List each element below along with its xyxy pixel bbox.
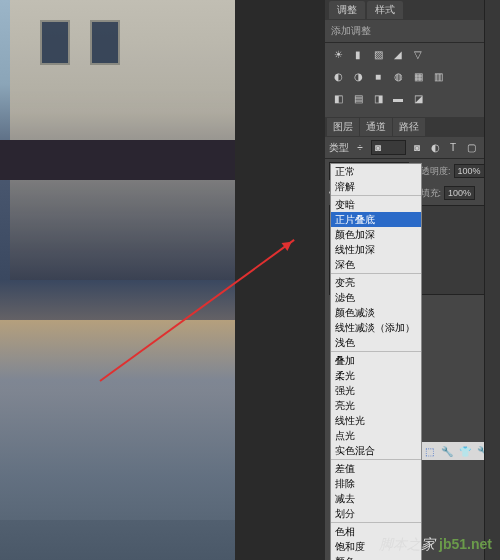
adjustment-icons-row2: ◐ ◑ ■ ◍ ▦ ▥	[325, 65, 500, 87]
separator	[331, 273, 421, 274]
blend-mode-dropdown[interactable]: 正常溶解变暗正片叠底颜色加深线性加深深色变亮滤色颜色减淡线性减淡（添加）浅色叠加…	[330, 163, 422, 560]
blend-option[interactable]: 浅色	[331, 335, 421, 350]
threshold-icon[interactable]: ◨	[371, 91, 385, 105]
tab-paths[interactable]: 路径	[393, 118, 425, 136]
levels-icon[interactable]: ▮	[351, 47, 365, 61]
blend-option[interactable]: 变亮	[331, 275, 421, 290]
blend-option[interactable]: 颜色加深	[331, 227, 421, 242]
balance-icon[interactable]: ◑	[351, 69, 365, 83]
window-shape	[90, 20, 120, 65]
blend-option[interactable]: 实色混合	[331, 443, 421, 458]
blend-option[interactable]: 线性减淡（添加）	[331, 320, 421, 335]
exposure-icon[interactable]: ◢	[391, 47, 405, 61]
kind-label: 类型	[329, 141, 349, 155]
blend-option[interactable]: 变暗	[331, 197, 421, 212]
wrench-icon[interactable]: 🔧	[440, 444, 454, 458]
tab-channels[interactable]: 通道	[360, 118, 392, 136]
blend-option[interactable]: 滤色	[331, 290, 421, 305]
blend-option[interactable]: 排除	[331, 476, 421, 491]
separator	[331, 522, 421, 523]
window-shape	[40, 20, 70, 65]
separator	[331, 459, 421, 460]
shirt-icon[interactable]: 👕	[458, 444, 472, 458]
blend-option[interactable]: 强光	[331, 383, 421, 398]
posterize-icon[interactable]: ▤	[351, 91, 365, 105]
canvas-preview	[0, 0, 235, 560]
bw-icon[interactable]: ■	[371, 69, 385, 83]
adjustment-icons-row1: ☀ ▮ ▨ ◢ ▽	[325, 43, 500, 65]
water-shape	[0, 320, 235, 520]
blend-option[interactable]: 点光	[331, 428, 421, 443]
tab-layers[interactable]: 图层	[327, 118, 359, 136]
blend-option[interactable]: 划分	[331, 506, 421, 521]
blend-option[interactable]: 亮光	[331, 398, 421, 413]
tab-styles[interactable]: 样式	[367, 1, 403, 19]
blend-option[interactable]: 颜色	[331, 554, 421, 560]
mixer-icon[interactable]: ▦	[411, 69, 425, 83]
filter-shape-icon[interactable]: ▢	[464, 141, 478, 155]
layers-panel-tabs: 图层 通道 路径	[325, 117, 500, 137]
awning-shape	[0, 140, 235, 180]
fill-label: 填充:	[421, 187, 442, 200]
adjustments-tabs: 调整 样式	[325, 0, 500, 20]
blend-option[interactable]: 差值	[331, 461, 421, 476]
blend-option[interactable]: 柔光	[331, 368, 421, 383]
selective-icon[interactable]: ◪	[411, 91, 425, 105]
hue-icon[interactable]: ◐	[331, 69, 345, 83]
blend-option[interactable]: 线性光	[331, 413, 421, 428]
collapsed-panel-strip[interactable]	[484, 0, 500, 560]
chevron-down-icon[interactable]: ÷	[353, 141, 367, 155]
blend-option[interactable]: 深色	[331, 257, 421, 272]
tool-icon[interactable]: ⬚	[422, 444, 436, 458]
tab-adjustments[interactable]: 调整	[329, 1, 365, 19]
add-adjustment-label: 添加调整	[325, 20, 500, 43]
blend-option[interactable]: 溶解	[331, 179, 421, 194]
blend-option[interactable]: 颜色减淡	[331, 305, 421, 320]
bottom-toolbar: ⬚ 🔧 👕 🔧	[418, 442, 494, 460]
filter-type-icon[interactable]: T	[446, 141, 460, 155]
invert-icon[interactable]: ◧	[331, 91, 345, 105]
kind-select[interactable]: ◙	[371, 140, 406, 155]
fill-value[interactable]: 100%	[444, 186, 475, 200]
lookup-icon[interactable]: ▥	[431, 69, 445, 83]
layer-filter-row: 类型 ÷ ◙ ◙ ◐ T ▢ ◇	[325, 137, 500, 159]
separator	[331, 351, 421, 352]
blend-option[interactable]: 正常	[331, 164, 421, 179]
blend-option[interactable]: 叠加	[331, 353, 421, 368]
blend-option[interactable]: 线性加深	[331, 242, 421, 257]
blend-option[interactable]: 正片叠底	[331, 212, 421, 227]
separator	[331, 195, 421, 196]
watermark: 脚本之家 jb51.net	[379, 536, 492, 554]
adjustment-icons-row3: ◧ ▤ ◨ ▬ ◪	[325, 87, 500, 109]
opacity-value[interactable]: 100%	[454, 164, 485, 178]
vibrance-icon[interactable]: ▽	[411, 47, 425, 61]
watermark-site: 脚本之家	[379, 536, 435, 552]
blend-option[interactable]: 减去	[331, 491, 421, 506]
filter-pixel-icon[interactable]: ◙	[410, 141, 424, 155]
filter-adjust-icon[interactable]: ◐	[428, 141, 442, 155]
watermark-url: jb51.net	[439, 536, 492, 552]
gradient-map-icon[interactable]: ▬	[391, 91, 405, 105]
photo-filter-icon[interactable]: ◍	[391, 69, 405, 83]
brightness-icon[interactable]: ☀	[331, 47, 345, 61]
curves-icon[interactable]: ▨	[371, 47, 385, 61]
